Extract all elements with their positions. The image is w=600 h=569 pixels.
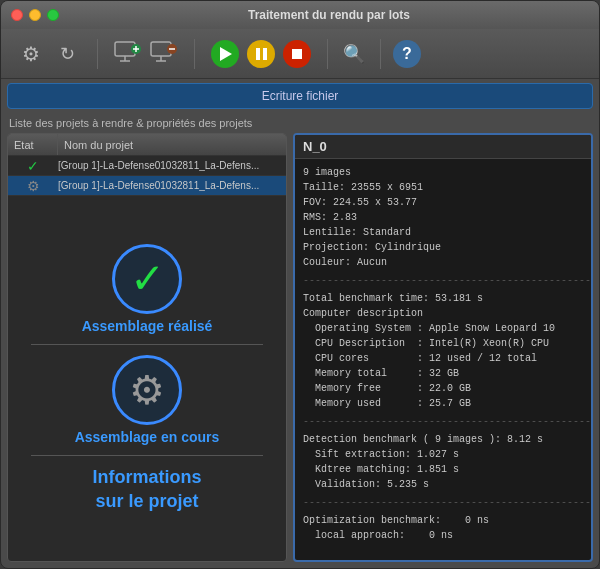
help-button[interactable]: ? [391, 38, 423, 70]
monitor-remove-icon [150, 41, 178, 66]
gear-circle: ⚙ [112, 355, 182, 425]
table-row-selected[interactable]: ⚙ [Group 1]-La-Defense01032811_La-Defens… [8, 176, 286, 196]
content-line: FOV: 224.55 x 53.77 [303, 195, 583, 210]
content-line: 9 images [303, 165, 583, 180]
info-label-line1: Informations [92, 467, 201, 487]
settings-button[interactable]: ⚙ [15, 38, 47, 70]
content-line: Optimization benchmark: 0 ns [303, 513, 583, 528]
content-line: Computer description [303, 306, 583, 321]
toolbar: ⚙ ↻ [1, 29, 599, 79]
toolbar-group-playback [205, 38, 317, 70]
table-row[interactable]: ✓ [Group 1]-La-Defense01032811_La-Defens… [8, 156, 286, 176]
content-line: RMS: 2.83 [303, 210, 583, 225]
titlebar: Traitement du rendu par lots [1, 1, 599, 29]
header-status: Etat [8, 134, 58, 155]
row-status-0: ✓ [8, 158, 58, 174]
left-panel: Etat Nom du projet ✓ [Group 1]-La-Defens… [7, 133, 287, 562]
content-line: Memory used : 25.7 GB [303, 396, 583, 411]
play-button[interactable] [209, 38, 241, 70]
main-content: Liste des projets à rendre & propriétés … [1, 113, 599, 568]
content-line: Total benchmark time: 53.181 s [303, 291, 583, 306]
help-icon: ? [393, 40, 421, 68]
content-line: local approach: 0 ns [303, 528, 583, 543]
content-line: CPU Description : Intel(R) Xeon(R) CPU [303, 336, 583, 351]
refresh-icon: ↻ [60, 43, 75, 65]
main-window: Traitement du rendu par lots ⚙ ↻ [0, 0, 600, 569]
right-panel: N_0 9 imagesTaille: 23555 x 6951FOV: 224… [295, 135, 591, 560]
pause-button[interactable] [245, 38, 277, 70]
toolbar-group-left: ⚙ ↻ [11, 38, 87, 70]
content-line: Detection benchmark ( 9 images ): 8.12 s [303, 432, 583, 447]
check-circle: ✓ [112, 244, 182, 314]
row-name-1: [Group 1]-La-Defense01032811_La-Defens..… [58, 180, 286, 191]
play-icon [211, 40, 239, 68]
big-gear-icon: ⚙ [129, 370, 165, 410]
write-file-bar[interactable]: Ecriture fichier [7, 83, 593, 109]
content-line: Couleur: Aucun [303, 255, 583, 270]
refresh-button[interactable]: ↻ [51, 38, 83, 70]
window-title: Traitement du rendu par lots [69, 8, 589, 22]
search-button[interactable]: 🔍 [338, 38, 370, 70]
info-area: ✓ Assemblage réalisé ⚙ Assemblage en cou… [8, 196, 286, 561]
content-line: Projection: Cylindrique [303, 240, 583, 255]
content-line: Kdtree matching: 1.851 s [303, 462, 583, 477]
right-panel-wrapper: N_0 9 imagesTaille: 23555 x 6951FOV: 224… [293, 133, 593, 562]
toolbar-group-monitor [108, 38, 184, 70]
content-line: Memory free : 22.0 GB [303, 381, 583, 396]
content-line: Memory total : 32 GB [303, 366, 583, 381]
monitor-add-icon [114, 41, 142, 66]
gear-icon: ⚙ [27, 178, 40, 194]
search-icon: 🔍 [343, 43, 365, 65]
minimize-button[interactable] [29, 9, 41, 21]
traffic-lights [11, 9, 59, 21]
close-button[interactable] [11, 9, 23, 21]
content-line: Validation: 5.235 s [303, 477, 583, 492]
projects-panel: Etat Nom du projet ✓ [Group 1]-La-Defens… [7, 133, 593, 562]
header-name: Nom du projet [58, 134, 286, 155]
section-title: Liste des projets à rendre & propriétés … [7, 117, 593, 129]
check-icon: ✓ [27, 158, 39, 174]
stop-icon [283, 40, 311, 68]
content-line: CPU cores : 12 used / 12 total [303, 351, 583, 366]
info-label-line2: sur le projet [95, 491, 198, 511]
divider-2 [31, 455, 263, 456]
divider-1 [31, 344, 263, 345]
content-line: Taille: 23555 x 6951 [303, 180, 583, 195]
row-status-1: ⚙ [8, 178, 58, 194]
remove-display-button[interactable] [148, 38, 180, 70]
toolbar-divider-4 [380, 39, 381, 69]
toolbar-divider-2 [194, 39, 195, 69]
right-panel-header: N_0 [295, 135, 591, 159]
maximize-button[interactable] [47, 9, 59, 21]
toolbar-divider-1 [97, 39, 98, 69]
settings-icon: ⚙ [22, 42, 40, 66]
pause-icon [247, 40, 275, 68]
content-line: ----------------------------------------… [303, 495, 583, 510]
stop-button[interactable] [281, 38, 313, 70]
row-name-0: [Group 1]-La-Defense01032811_La-Defens..… [58, 160, 286, 171]
toolbar-divider-3 [327, 39, 328, 69]
write-file-label: Ecriture fichier [262, 89, 339, 103]
table-rows: ✓ [Group 1]-La-Defense01032811_La-Defens… [8, 156, 286, 196]
content-line: Sift extraction: 1.027 s [303, 447, 583, 462]
content-line: Lentille: Standard [303, 225, 583, 240]
content-line: ----------------------------------------… [303, 414, 583, 429]
project-info-label: Informations sur le projet [92, 466, 201, 513]
right-panel-content[interactable]: 9 imagesTaille: 23555 x 6951FOV: 224.55 … [295, 159, 591, 560]
table-header: Etat Nom du projet [8, 134, 286, 156]
assembly-in-progress-container: ⚙ Assemblage en cours [75, 355, 220, 445]
add-display-button[interactable] [112, 38, 144, 70]
content-line: ----------------------------------------… [303, 273, 583, 288]
big-check-icon: ✓ [130, 258, 165, 300]
assembly-done-label: Assemblage réalisé [82, 318, 213, 334]
in-progress-label: Assemblage en cours [75, 429, 220, 445]
assembly-done-container: ✓ Assemblage réalisé [82, 244, 213, 334]
content-line: Operating System : Apple Snow Leopard 10 [303, 321, 583, 336]
